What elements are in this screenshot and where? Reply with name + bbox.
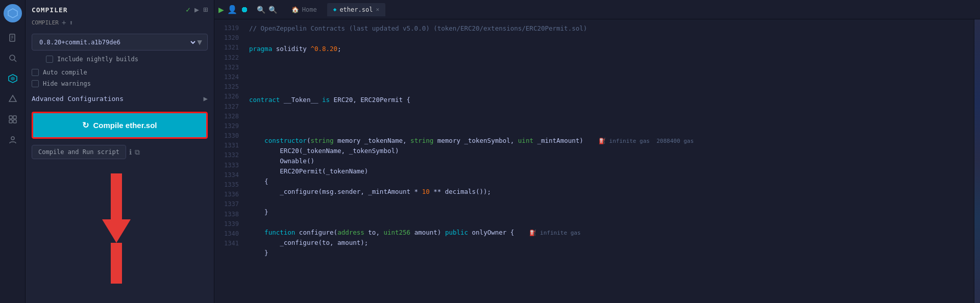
editor-scrollbar[interactable] bbox=[974, 19, 980, 303]
code-line-1328 bbox=[249, 115, 974, 125]
sidebar-icon-files[interactable] bbox=[4, 29, 22, 47]
line-numbers: 1319 1320 1321 1322 1323 1324 1325 1326 … bbox=[214, 19, 245, 303]
forward-icon[interactable]: ▶ bbox=[194, 5, 199, 14]
version-selector[interactable]: 0.8.20+commit.a1b79de6 ▼ bbox=[32, 34, 208, 50]
editor-area: ▶ 👤 ⏺ 🔍 🔍 🏠 Home ◆ ether.sol ✕ 1319 1320… bbox=[214, 0, 980, 303]
topbar-controls: ▶ 👤 ⏺ bbox=[218, 4, 249, 15]
tab-home[interactable]: 🏠 Home bbox=[285, 3, 323, 16]
svg-rect-12 bbox=[9, 120, 12, 123]
panel-toggle-icon[interactable]: ⊞ bbox=[203, 5, 208, 14]
advanced-label: Advanced Configurations bbox=[32, 95, 204, 103]
sidebar-icon-solidity[interactable] bbox=[4, 69, 22, 88]
advanced-arrow-icon: ▶ bbox=[204, 94, 208, 103]
code-line-1331: ERC20(_tokenName, _tokenSymbol) bbox=[249, 146, 974, 156]
code-line-1330: constructor(string memory _tokenName, st… bbox=[249, 136, 974, 146]
svg-point-6 bbox=[10, 55, 15, 60]
zoom-in-icon[interactable]: 🔍 bbox=[268, 6, 277, 14]
check-icon[interactable]: ✓ bbox=[186, 5, 190, 14]
code-line-1327 bbox=[249, 105, 974, 115]
nightly-row: Include nightly builds bbox=[26, 54, 214, 67]
svg-marker-1 bbox=[10, 11, 15, 16]
run-icon[interactable]: ▶ bbox=[218, 4, 224, 15]
compiler-panel: COMPILER ✓ ▶ ⊞ COMPILER + ⬆ 0.8.20+commi… bbox=[26, 0, 214, 303]
home-tab-icon: 🏠 bbox=[291, 6, 299, 13]
svg-marker-9 bbox=[11, 77, 15, 81]
code-line-1337: } bbox=[249, 207, 974, 217]
ether-sol-close-icon[interactable]: ✕ bbox=[376, 6, 379, 13]
app-logo[interactable] bbox=[4, 4, 22, 22]
compiler-sub-label: COMPILER bbox=[32, 19, 59, 26]
home-tab-label: Home bbox=[302, 6, 317, 13]
zoom-out-icon[interactable]: 🔍 bbox=[257, 6, 265, 14]
sidebar-icon-plugins[interactable] bbox=[4, 110, 22, 129]
svg-line-7 bbox=[14, 60, 16, 62]
code-line-1324 bbox=[249, 74, 974, 85]
code-line-1329 bbox=[249, 125, 974, 136]
hide-warnings-row: Hide warnings bbox=[26, 78, 214, 89]
auto-compile-checkbox[interactable] bbox=[32, 69, 39, 76]
icon-sidebar bbox=[0, 0, 26, 303]
compiler-header: COMPILER ✓ ▶ ⊞ bbox=[26, 0, 214, 17]
compiler-title: COMPILER bbox=[32, 6, 68, 14]
toggle-icon[interactable]: ⏺ bbox=[240, 5, 249, 14]
compiler-sub-header: COMPILER + ⬆ bbox=[26, 17, 214, 31]
code-line-1339: function configure(address to, uint256 a… bbox=[249, 228, 974, 238]
compiler-header-icons: ✓ ▶ ⊞ bbox=[186, 5, 208, 14]
copy-icon[interactable]: ⧉ bbox=[135, 148, 140, 157]
hide-warnings-checkbox[interactable] bbox=[32, 80, 39, 87]
code-line-1333: ERC20Permit(_tokenName) bbox=[249, 166, 974, 176]
code-line-1319: // OpenZeppelin Contracts (last updated … bbox=[249, 23, 974, 34]
compile-run-row: Compile and Run script ℹ ⧉ bbox=[26, 143, 214, 161]
sidebar-icon-deploy[interactable] bbox=[4, 90, 22, 108]
import-icon[interactable]: ⬆ bbox=[69, 19, 73, 27]
nightly-builds-checkbox[interactable] bbox=[46, 56, 53, 63]
editor-content: 1319 1320 1321 1322 1323 1324 1325 1326 … bbox=[214, 19, 980, 303]
version-select[interactable]: 0.8.20+commit.a1b79de6 bbox=[37, 38, 197, 46]
code-line-1320 bbox=[249, 34, 974, 44]
code-line-1325 bbox=[249, 85, 974, 95]
compile-refresh-icon: ↻ bbox=[82, 120, 89, 130]
editor-topbar: ▶ 👤 ⏺ 🔍 🔍 🏠 Home ◆ ether.sol ✕ bbox=[214, 0, 980, 19]
code-line-1323 bbox=[249, 64, 974, 74]
code-line-1332: Ownable() bbox=[249, 156, 974, 166]
nightly-builds-label: Include nightly builds bbox=[57, 56, 138, 63]
code-line-1335: _configure(msg.sender, _mintAmount * 10 … bbox=[249, 187, 974, 197]
auto-compile-row: Auto compile bbox=[26, 67, 214, 78]
auto-compile-label: Auto compile bbox=[43, 69, 87, 76]
sidebar-icon-search[interactable] bbox=[4, 49, 22, 67]
svg-rect-10 bbox=[9, 116, 12, 119]
hide-warnings-label: Hide warnings bbox=[43, 80, 91, 87]
code-line-1321: pragma solidity ^0.8.20; bbox=[249, 44, 974, 54]
svg-rect-11 bbox=[13, 116, 16, 119]
compile-run-button[interactable]: Compile and Run script bbox=[32, 145, 126, 159]
code-line-1336 bbox=[249, 197, 974, 207]
tab-ether-sol[interactable]: ◆ ether.sol ✕ bbox=[327, 3, 385, 16]
compile-button[interactable]: ↻ Compile ether.sol bbox=[32, 112, 208, 139]
advanced-configurations-section[interactable]: Advanced Configurations ▶ bbox=[26, 89, 214, 108]
code-line-1338 bbox=[249, 217, 974, 228]
sidebar-icon-users[interactable] bbox=[4, 131, 22, 149]
info-icon[interactable]: ℹ bbox=[129, 148, 132, 156]
code-area[interactable]: // OpenZeppelin Contracts (last updated … bbox=[245, 19, 974, 303]
code-line-1334: { bbox=[249, 176, 974, 187]
code-line-1341: } bbox=[249, 248, 974, 258]
code-line-1340: _configure(to, amount); bbox=[249, 238, 974, 248]
svg-rect-13 bbox=[13, 120, 16, 123]
version-dropdown-arrow: ▼ bbox=[197, 37, 202, 47]
svg-point-14 bbox=[11, 137, 14, 140]
ether-sol-tab-icon: ◆ bbox=[333, 6, 337, 13]
compile-button-label: Compile ether.sol bbox=[93, 121, 157, 130]
code-line-1322 bbox=[249, 54, 974, 64]
code-line-1326: contract __Token__ is ERC20, ERC20Permit… bbox=[249, 95, 974, 105]
ether-sol-tab-label: ether.sol bbox=[339, 6, 373, 13]
add-config-icon[interactable]: + bbox=[62, 18, 66, 27]
agent-icon[interactable]: 👤 bbox=[227, 5, 237, 14]
